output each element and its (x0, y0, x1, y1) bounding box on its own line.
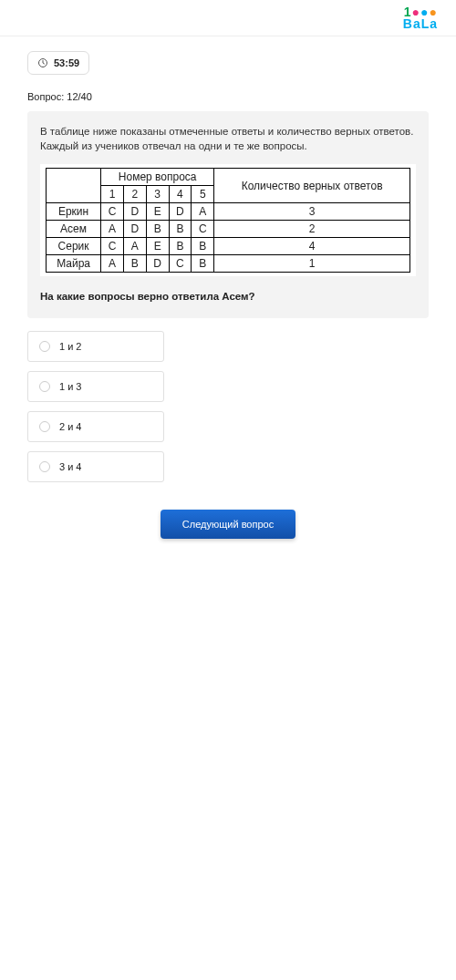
table-row: Серик C A E B B 4 (47, 238, 410, 255)
option-label: 3 и 4 (59, 461, 82, 472)
col-1: 1 (101, 186, 124, 203)
answer-options: 1 и 2 1 и 3 2 и 4 3 и 4 (27, 331, 429, 482)
table-top-header: Номер вопроса (101, 169, 214, 186)
table-row: Асем A D B B C 2 (47, 221, 410, 238)
col-3: 3 (146, 186, 169, 203)
answers-table: Номер вопроса Количество верных ответов … (46, 168, 410, 273)
col-5: 5 (192, 186, 214, 203)
col-2: 2 (123, 186, 146, 203)
option-1[interactable]: 1 и 2 (27, 331, 164, 362)
radio-icon (39, 421, 50, 432)
prompt-text: В таблице ниже показаны отмеченные ответ… (40, 124, 416, 153)
option-label: 2 и 4 (59, 421, 82, 432)
col-4: 4 (169, 186, 192, 203)
next-question-button[interactable]: Следующий вопрос (161, 510, 295, 539)
row-name: Серик (47, 238, 101, 255)
row-name: Еркин (47, 203, 101, 221)
app-header: 1●●● BaLa (0, 0, 456, 36)
clock-icon (37, 57, 48, 68)
option-3[interactable]: 2 и 4 (27, 411, 164, 442)
timer-pill: 53:59 (27, 51, 89, 75)
table-row: Майра A B D C B 1 (47, 255, 410, 273)
radio-icon (39, 341, 50, 352)
table-corner (47, 169, 101, 203)
table-row: Еркин C D E D A 3 (47, 203, 410, 221)
row-name: Майра (47, 255, 101, 273)
question-text: На какие вопросы верно ответила Асем? (40, 291, 416, 302)
main-content: 53:59 Вопрос: 12/40 В таблице ниже показ… (0, 36, 456, 575)
option-label: 1 и 2 (59, 341, 82, 352)
question-counter: Вопрос: 12/40 (27, 91, 429, 102)
radio-icon (39, 381, 50, 392)
option-label: 1 и 3 (59, 381, 82, 392)
row-name: Асем (47, 221, 101, 238)
logo: 1●●● BaLa (403, 6, 438, 29)
option-2[interactable]: 1 и 3 (27, 371, 164, 402)
answers-table-wrap: Номер вопроса Количество верных ответов … (40, 164, 416, 276)
timer-value: 53:59 (54, 57, 79, 68)
logo-text: BaLa (403, 18, 438, 30)
question-card: В таблице ниже показаны отмеченные ответ… (27, 111, 429, 318)
radio-icon (39, 461, 50, 472)
table-count-header: Количество верных ответов (214, 169, 410, 203)
option-4[interactable]: 3 и 4 (27, 451, 164, 482)
